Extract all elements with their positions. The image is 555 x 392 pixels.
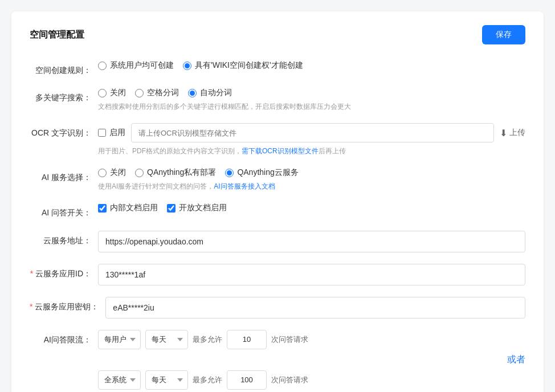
ocr-label: OCR 文字识别： <box>30 123 98 139</box>
ai-rate-limit-content: 每用户 全系统 每天 每小时 最多允许 次问答请求 或者 <box>98 330 525 390</box>
multi-keyword-search-content: 关闭 空格分词 自动分词 文档搜索时使用分割后的多个关键字进行模糊匹配，开启后搜… <box>98 88 525 112</box>
ai-service-hint: 使用AI服务进行针对空间文档的问答，AI问答服务接入文档 <box>98 181 525 191</box>
cloud-app-id-input[interactable] <box>98 264 525 285</box>
rate-count-input-1[interactable] <box>227 330 267 349</box>
radio-search-off[interactable]: 关闭 <box>98 88 126 98</box>
space-creation-rule-label: 空间创建规则： <box>30 60 98 76</box>
checkbox-open-doc[interactable]: 开放文档启用 <box>167 203 227 213</box>
ai-rate-limit-row: AI问答限流： 每用户 全系统 每天 每小时 最多允许 次问答请求 <box>30 330 525 390</box>
cloud-url-content <box>98 231 525 252</box>
rate-row-2: 全系统 每用户 每天 每小时 最多允许 次问答请求 <box>98 370 525 390</box>
radio-ai-off-label: 关闭 <box>110 168 126 178</box>
keyword-search-hint: 文档搜索时使用分割后的多个关键字进行模糊匹配，开启后搜索时数据库压力会更大 <box>98 101 525 112</box>
ocr-hint-suffix: 后再上传 <box>319 147 346 155</box>
rate-period-select-1[interactable]: 每天 每小时 <box>145 330 188 349</box>
rate-suffix-1: 次问答请求 <box>271 334 308 345</box>
checkbox-internal-doc[interactable]: 内部文档启用 <box>98 203 158 213</box>
ai-qa-switch-row: AI 问答开关： 内部文档启用 开放文档启用 <box>30 203 525 219</box>
cloud-url-input[interactable] <box>98 231 525 252</box>
ai-rate-limit-label: AI问答限流： <box>30 330 98 346</box>
ocr-upload-label: 上传 <box>509 128 525 138</box>
ai-qa-switch-content: 内部文档启用 开放文档启用 <box>98 203 525 213</box>
radio-ai-private[interactable]: QAnything私有部署 <box>135 168 216 178</box>
card-header: 空间管理配置 保存 <box>30 25 525 44</box>
ocr-upload-button[interactable]: ⬇ 上传 <box>500 128 525 138</box>
ai-service-label: AI 服务选择： <box>30 168 98 183</box>
rate-scope-select-2[interactable]: 全系统 每用户 <box>98 370 141 390</box>
ocr-content: 启用 ⬇ 上传 用于图片、PDF格式的原始文件内容文字识别，需下载OCR识别模型… <box>98 123 525 156</box>
cloud-app-id-label: 云服务应用ID： <box>30 264 98 280</box>
radio-search-auto-label: 自动分词 <box>200 88 232 98</box>
radio-search-off-label: 关闭 <box>110 88 126 98</box>
rate-count-input-2[interactable] <box>227 370 267 390</box>
radio-ai-cloud-label: QAnything云服务 <box>237 168 298 178</box>
ocr-file-input[interactable] <box>131 123 494 142</box>
cloud-app-secret-label: 云服务应用密钥： <box>30 297 105 313</box>
ai-service-radio-group: 关闭 QAnything私有部署 QAnything云服务 <box>98 168 525 178</box>
ocr-input-row: 启用 ⬇ 上传 <box>98 123 525 142</box>
radio-search-space-label: 空格分词 <box>147 88 179 98</box>
rate-scope-select-1[interactable]: 每用户 全系统 <box>98 330 141 349</box>
or-text-wrapper: 或者 <box>98 354 525 366</box>
cloud-url-label: 云服务地址： <box>30 231 98 247</box>
radio-search-space[interactable]: 空格分词 <box>135 88 179 98</box>
ai-service-row: AI 服务选择： 关闭 QAnything私有部署 QAnything云服务 使… <box>30 168 525 191</box>
save-button[interactable]: 保存 <box>482 25 525 44</box>
cloud-url-row: 云服务地址： <box>30 231 525 252</box>
cloud-app-secret-content <box>105 297 525 318</box>
space-creation-radio-group: 系统用户均可创建 具有'WIKI空间创建权'才能创建 <box>98 60 525 71</box>
page-title: 空间管理配置 <box>30 29 84 41</box>
radio-wiki-perm[interactable]: 具有'WIKI空间创建权'才能创建 <box>183 60 303 71</box>
checkbox-open-doc-label: 开放文档启用 <box>179 203 227 213</box>
rate-max-label-2: 最多允许 <box>193 375 222 385</box>
space-creation-rule-row: 空间创建规则： 系统用户均可创建 具有'WIKI空间创建权'才能创建 <box>30 60 525 76</box>
rate-rows-wrapper: 每用户 全系统 每天 每小时 最多允许 次问答请求 或者 <box>98 330 525 390</box>
rate-max-label-1: 最多允许 <box>193 334 222 345</box>
radio-ai-off[interactable]: 关闭 <box>98 168 126 178</box>
radio-ai-private-label: QAnything私有部署 <box>147 168 216 178</box>
cloud-app-id-content <box>98 264 525 285</box>
ocr-row: OCR 文字识别： 启用 ⬇ 上传 用于图片、PDF格式的原始文件内容文字识别，… <box>30 123 525 156</box>
radio-ai-cloud[interactable]: QAnything云服务 <box>225 168 298 178</box>
ai-qa-checkbox-group: 内部文档启用 开放文档启用 <box>98 203 525 213</box>
keyword-search-radio-group: 关闭 空格分词 自动分词 <box>98 88 525 98</box>
ocr-hint-prefix: 用于图片、PDF格式的原始文件内容文字识别， <box>98 147 242 155</box>
ocr-enable-checkbox[interactable]: 启用 <box>98 128 125 138</box>
multi-keyword-search-row: 多关键字搜索： 关闭 空格分词 自动分词 文档搜索时使用分割后的多个关键字进行模… <box>30 88 525 112</box>
upload-icon: ⬇ <box>500 128 507 138</box>
radio-wiki-perm-label: 具有'WIKI空间创建权'才能创建 <box>195 60 303 71</box>
radio-search-auto[interactable]: 自动分词 <box>188 88 232 98</box>
rate-suffix-2: 次问答请求 <box>271 375 308 385</box>
rate-row-1: 每用户 全系统 每天 每小时 最多允许 次问答请求 <box>98 330 525 349</box>
ocr-hint-link[interactable]: 需下载OCR识别模型文件 <box>242 147 319 155</box>
radio-all-users-label: 系统用户均可创建 <box>110 60 174 71</box>
cloud-app-id-row: 云服务应用ID： <box>30 264 525 285</box>
multi-keyword-search-label: 多关键字搜索： <box>30 88 98 104</box>
space-creation-rule-content: 系统用户均可创建 具有'WIKI空间创建权'才能创建 <box>98 60 525 71</box>
rate-period-select-2[interactable]: 每天 每小时 <box>145 370 188 390</box>
radio-all-users[interactable]: 系统用户均可创建 <box>98 60 174 71</box>
settings-card: 空间管理配置 保存 空间创建规则： 系统用户均可创建 具有'WIKI空间创建权'… <box>11 11 544 392</box>
or-text: 或者 <box>507 354 525 364</box>
ocr-hint: 用于图片、PDF格式的原始文件内容文字识别，需下载OCR识别模型文件后再上传 <box>98 146 525 156</box>
ai-service-hint-link[interactable]: AI问答服务接入文档 <box>214 182 275 190</box>
ai-service-hint-prefix: 使用AI服务进行针对空间文档的问答， <box>98 182 214 190</box>
ai-service-content: 关闭 QAnything私有部署 QAnything云服务 使用AI服务进行针对… <box>98 168 525 191</box>
ocr-enable-label: 启用 <box>109 128 125 138</box>
cloud-app-secret-input[interactable] <box>105 297 525 318</box>
ai-qa-switch-label: AI 问答开关： <box>30 203 98 219</box>
checkbox-internal-doc-label: 内部文档启用 <box>110 203 158 213</box>
cloud-app-secret-row: 云服务应用密钥： <box>30 297 525 318</box>
